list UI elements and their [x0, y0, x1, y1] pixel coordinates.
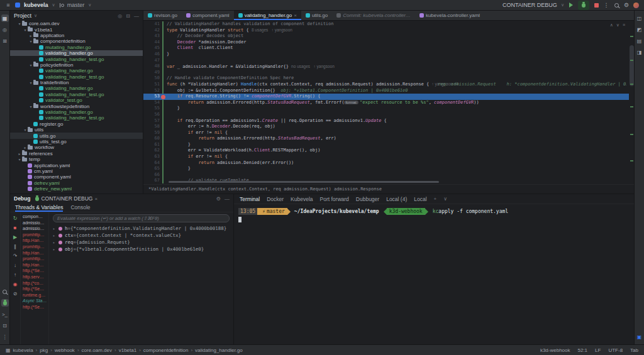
tree-item[interactable]: utils.go	[10, 133, 143, 138]
database-button[interactable]: ▤	[636, 37, 643, 45]
variable-row[interactable]: ▸ctx = {context.Context | *context.value…	[53, 232, 230, 239]
code-line[interactable]: 49	[143, 70, 629, 76]
code-line[interactable]: 60 return admission.Errored(http.StatusB…	[143, 136, 629, 142]
select-opened-file-button[interactable]: ◎	[118, 13, 122, 19]
status-widget[interactable]: LF	[595, 347, 601, 353]
terminal-tool-button[interactable]: >_	[1, 310, 9, 318]
line-number[interactable]: 65	[143, 166, 160, 172]
line-number[interactable]: 50	[143, 75, 160, 82]
terminal-tab[interactable]: Dubbuger	[356, 196, 379, 202]
breadcrumb-item[interactable]: v1beta1	[119, 347, 136, 353]
line-number[interactable]: 64	[143, 160, 160, 167]
chevron-icon[interactable]: ▸	[23, 145, 28, 150]
line-number[interactable]: 63	[143, 154, 160, 160]
stop-button[interactable]	[593, 1, 599, 9]
status-widget[interactable]: UTF-8	[608, 347, 623, 353]
breakpoint-icon[interactable]	[161, 95, 165, 99]
chevron-icon[interactable]: ▸	[17, 151, 22, 156]
line-number[interactable]: 55	[143, 106, 160, 112]
variable-row[interactable]: ▸h = {*componentdefinition.ValidatingHan…	[53, 225, 230, 232]
variable-row[interactable]: ▸obj = {*v1beta1.ComponentDefinition | 0…	[53, 246, 230, 253]
line-number[interactable]: 49	[143, 70, 160, 76]
search-tool-button[interactable]	[1, 288, 9, 295]
tree-item[interactable]: ▾traitdefinition	[10, 80, 143, 85]
line-number[interactable]: 52	[143, 88, 160, 94]
stack-frame[interactable]: compon…	[21, 214, 48, 220]
line-number[interactable]: 51	[143, 82, 160, 88]
project-name[interactable]: kubevela	[24, 2, 48, 8]
prev-change-button[interactable]: ∧	[610, 23, 613, 28]
tree-item[interactable]: ▾core.oam.dev	[10, 21, 143, 26]
run-config-selector[interactable]: CONTAINER DEBUG	[502, 2, 557, 8]
rerun-button[interactable]: ↻	[11, 215, 19, 222]
editor-tab[interactable]: Commit: kubevela-controller…	[332, 11, 415, 20]
tree-item[interactable]: validating_handler_test.go	[10, 92, 143, 97]
tree-item[interactable]: validating_handler.go	[10, 50, 143, 56]
tree-item[interactable]: validating_handler.go	[10, 109, 143, 115]
stack-frame[interactable]: runtime.g…	[21, 292, 48, 298]
debug-tab[interactable]: Console	[70, 203, 90, 212]
line-number[interactable]: 43	[143, 33, 160, 40]
line-number[interactable]: 53	[143, 94, 160, 100]
hide-panel-button[interactable]: —	[225, 196, 230, 202]
code-line[interactable]: 65 }	[143, 166, 629, 172]
settings-button[interactable]: ⚙	[216, 196, 221, 202]
tree-item[interactable]: validating_handler.go	[10, 68, 143, 74]
code-line[interactable]: 51func (h *ValidatingHandler) Handle(ctx…	[143, 82, 629, 88]
code-line[interactable]: 55 }	[143, 106, 629, 112]
view-breakpoints-button[interactable]: ◉	[11, 281, 19, 288]
close-icon[interactable]: ×	[294, 13, 297, 18]
tree-item[interactable]: utils_test.go	[10, 139, 143, 145]
line-number[interactable]: 57	[143, 118, 160, 124]
line-number[interactable]: 62	[143, 148, 160, 154]
tree-item[interactable]: register.go	[10, 121, 143, 127]
code-line[interactable]: 43 // Decoder decodes object	[143, 33, 629, 40]
chevron-icon[interactable]: ▾	[28, 39, 33, 43]
terminal-panel-title[interactable]: Terminal	[240, 196, 260, 202]
project-tool-button[interactable]: ▦	[1, 14, 9, 22]
chevron-icon[interactable]: ▾	[23, 128, 28, 132]
notifications-button[interactable]: ◫	[636, 14, 643, 22]
chevron-icon[interactable]: ▸	[28, 33, 33, 38]
stack-frame[interactable]: http.serv…	[21, 274, 48, 280]
chevron-icon[interactable]: ▾	[28, 104, 33, 109]
stack-frame[interactable]: http.Han…	[21, 262, 48, 268]
breadcrumb-item[interactable]: webhook	[55, 347, 75, 353]
project-panel-title[interactable]: Project	[14, 13, 31, 19]
code-line[interactable]: 61 }	[143, 142, 629, 148]
code-editor[interactable]: 41// ValidatingHandler handles validatio…	[143, 20, 629, 183]
line-number[interactable]: 54	[143, 100, 160, 106]
stack-frame[interactable]: http.Han…	[21, 250, 48, 256]
terminal-tab[interactable]: Kubevela	[291, 196, 313, 202]
main-menu-icon[interactable]: ≡	[5, 1, 11, 9]
line-number[interactable]: 67	[143, 178, 160, 183]
status-widget[interactable]: k3d-webhook	[540, 347, 570, 353]
resume-button[interactable]: ▶	[11, 234, 19, 241]
editor-tab[interactable]: utils.go	[301, 11, 332, 20]
line-number[interactable]: 47	[143, 58, 160, 64]
step-over-button[interactable]: ↷	[11, 253, 19, 260]
terminal-output[interactable]: 13:05 ⚡ master ~/IdeaProjects/kubevela/t…	[234, 204, 634, 226]
tree-item[interactable]: cm.yaml	[10, 168, 143, 174]
editor-scrollbar[interactable]	[630, 45, 634, 86]
breadcrumb-item[interactable]: pkg	[40, 347, 48, 353]
line-number[interactable]: 44	[143, 40, 160, 46]
stack-frame[interactable]: http.(*Se…	[21, 304, 48, 310]
commit-tool-button[interactable]: ◎	[1, 26, 9, 33]
debug-panel-title[interactable]: Debug	[14, 195, 30, 202]
step-into-button[interactable]: ↓	[11, 262, 19, 270]
code-line[interactable]: 63 if err != nil {	[143, 154, 629, 160]
session-dropdown-button[interactable]: ∨	[443, 196, 447, 202]
code-line[interactable]: 59 if err != nil {	[143, 130, 629, 136]
step-out-button[interactable]: ↑	[11, 271, 19, 279]
tree-item[interactable]: ▾utils	[10, 127, 143, 133]
tree-item[interactable]: validating_handler_test.go	[10, 74, 143, 80]
code-line[interactable]: 66	[143, 172, 629, 178]
branch-name[interactable]: master	[67, 2, 85, 8]
chevron-right-icon[interactable]: ▸	[53, 240, 58, 244]
tree-item[interactable]: defrev.yaml	[10, 180, 143, 186]
tree-item[interactable]: validating_handler_test.go	[10, 115, 143, 121]
editor-tab[interactable]: kubevela-controller.yaml	[415, 11, 484, 20]
more-actions-button[interactable]: ⋮	[603, 1, 609, 9]
line-number[interactable]: 42	[143, 28, 160, 34]
